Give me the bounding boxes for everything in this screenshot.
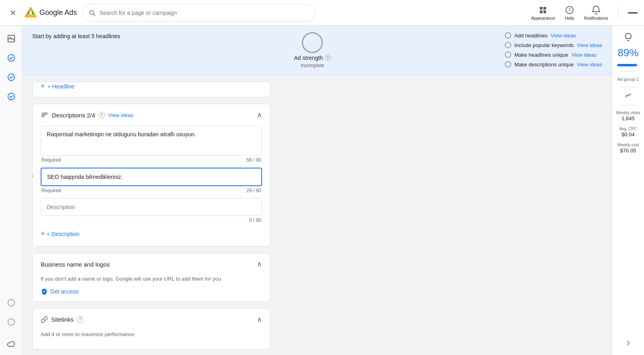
descriptions-section: TT Descriptions 2/4 ? View ideas ∧ Rəqəm…: [32, 104, 270, 246]
collapse-panel-button[interactable]: [624, 339, 632, 349]
cloud-icon: [7, 340, 16, 349]
avg-cpc-label: Avg. CPC: [619, 126, 637, 131]
check-circle-icon-2: [7, 73, 16, 82]
svg-point-17: [8, 93, 14, 100]
sitelinks-section: Sitelinks ? ∧ Add 4 or more to maximize …: [32, 308, 270, 350]
weekly-clicks-label: Weekly clicks: [616, 110, 640, 115]
business-name-section: Business name and logos ∧ If you don't a…: [32, 253, 270, 302]
description-field-3[interactable]: [41, 198, 262, 216]
ad-strength-inner: [305, 35, 320, 50]
business-name-header[interactable]: Business name and logos ∧: [33, 253, 270, 275]
banner-start-text: Start by adding at least 5 headlines: [32, 32, 120, 41]
sidebar-check-1[interactable]: [3, 50, 19, 66]
sitelinks-chevron-icon[interactable]: ∧: [257, 315, 262, 324]
appearance-icon: [538, 5, 548, 15]
form-area: + + Headline TT Descriptions 2/4 ? View …: [23, 75, 280, 355]
description-meta-3: 0 / 90: [41, 218, 262, 223]
description-meta-1: Required 56 / 90: [41, 157, 262, 163]
description-field-2[interactable]: [41, 168, 262, 186]
svg-text:?: ?: [568, 7, 571, 13]
descriptions-view-ideas[interactable]: View ideas: [108, 112, 134, 118]
suggestion-link-4[interactable]: View ideas: [577, 62, 602, 68]
add-headline-button[interactable]: + + Headline: [33, 82, 270, 97]
notifications-button[interactable]: Notifications: [584, 5, 608, 21]
description-required-2: Required: [41, 188, 61, 193]
get-access-button[interactable]: Get access: [41, 288, 262, 295]
description-field-1[interactable]: Rəqəmsal marketinqin ne oldugunu buradan…: [41, 126, 262, 156]
add-description-button[interactable]: + + Description: [41, 228, 262, 240]
minimize-button[interactable]: [628, 12, 638, 14]
close-button[interactable]: ✕: [6, 6, 19, 19]
description-required-1: Required: [41, 157, 61, 163]
ad-group-label: Ad group 1: [617, 76, 639, 82]
sitelinks-info-icon[interactable]: ?: [77, 316, 83, 323]
trend-icon: [624, 92, 632, 100]
svg-point-19: [8, 319, 14, 326]
ad-strength-circle: [302, 32, 323, 53]
weekly-cost-block: Weekly cost $70.05: [617, 142, 639, 154]
check-circle-icon-1: [7, 53, 16, 62]
suggestion-link-1[interactable]: View ideas: [551, 33, 576, 39]
notifications-icon: [591, 5, 601, 15]
suggestion-text-1: Add headlines: [514, 33, 547, 39]
description-count-2: 29 / 90: [246, 188, 261, 193]
business-name-body: If you don't add a name or logo, Google …: [33, 275, 270, 302]
suggestion-circle-3: [505, 51, 511, 58]
description-input-2[interactable]: [47, 174, 256, 180]
descriptions-info-icon[interactable]: ?: [99, 112, 105, 118]
performance-bar-fill: [617, 64, 637, 66]
svg-line-6: [93, 14, 95, 16]
add-headline-label: + Headline: [47, 83, 74, 90]
ad-strength-info-icon[interactable]: ?: [324, 55, 331, 61]
content-area: Start by adding at least 5 headlines Ad …: [23, 26, 612, 355]
sidebar-empty-2[interactable]: [3, 314, 19, 330]
suggestion-text-3: Make headlines unique: [514, 52, 568, 58]
descriptions-header[interactable]: TT Descriptions 2/4 ? View ideas ∧: [33, 104, 270, 126]
descriptions-header-left: TT Descriptions 2/4 ? View ideas: [41, 111, 133, 119]
right-panel-divider-3: [620, 105, 636, 105]
svg-rect-9: [543, 7, 546, 10]
search-bar[interactable]: [82, 4, 315, 22]
link-icon: [41, 316, 48, 323]
svg-rect-4: [26, 14, 35, 16]
right-panel: 89% Ad group 1 Weekly clicks 1,645 Avg. …: [612, 26, 644, 355]
sidebar-image-icon[interactable]: [3, 31, 19, 47]
svg-rect-10: [543, 10, 546, 13]
suggestion-unique-headlines: Make headlines unique View ideas: [505, 51, 602, 58]
sitelinks-desc: Add 4 or more to maximize performance: [41, 330, 262, 339]
performance-percent: 89%: [617, 47, 638, 59]
headline-add-section: + + Headline: [32, 82, 270, 97]
weekly-clicks-value: 1,645: [616, 115, 640, 121]
sidebar-check-3[interactable]: [3, 88, 19, 105]
appearance-button[interactable]: Appearance: [531, 5, 555, 21]
description-textarea-1[interactable]: Rəqəmsal marketinqin ne oldugunu buradan…: [47, 131, 256, 149]
help-button[interactable]: ? Help: [565, 5, 574, 21]
right-panel-divider-2: [620, 87, 636, 87]
business-name-chevron-icon[interactable]: ∧: [257, 260, 262, 269]
sitelinks-header-left: Sitelinks ?: [41, 316, 83, 323]
descriptions-chevron-icon[interactable]: ∧: [257, 111, 262, 119]
help-icon: ?: [565, 5, 574, 15]
search-icon: [89, 9, 95, 16]
help-label: Help: [565, 16, 574, 21]
circle-icon-2: [7, 318, 16, 326]
svg-point-16: [8, 74, 14, 81]
sidebar-empty-1[interactable]: [3, 295, 19, 311]
sidebar-cloud-icon[interactable]: [7, 340, 16, 350]
suggestion-add-headlines: Add headlines View ideas: [505, 32, 602, 39]
suggestion-circle-2: [505, 42, 511, 48]
lightbulb-icon: [623, 32, 633, 42]
notifications-label: Notifications: [584, 16, 608, 21]
suggestion-link-2[interactable]: View ideas: [577, 42, 602, 48]
descriptions-body: Rəqəmsal marketinqin ne oldugunu buradan…: [33, 126, 270, 246]
main-layout: Start by adding at least 5 headlines Ad …: [0, 26, 644, 355]
description-count-3: 0 / 90: [249, 218, 261, 223]
suggestion-link-3[interactable]: View ideas: [572, 52, 597, 58]
sitelinks-title: Sitelinks: [51, 316, 74, 323]
description-input-3[interactable]: [47, 204, 256, 210]
left-sidebar: [0, 26, 23, 355]
suggestion-unique-descriptions: Make descriptions unique View ideas: [505, 61, 602, 68]
sitelinks-header[interactable]: Sitelinks ? ∧: [33, 309, 270, 330]
search-input[interactable]: [99, 10, 308, 16]
sidebar-check-2[interactable]: [3, 69, 19, 85]
